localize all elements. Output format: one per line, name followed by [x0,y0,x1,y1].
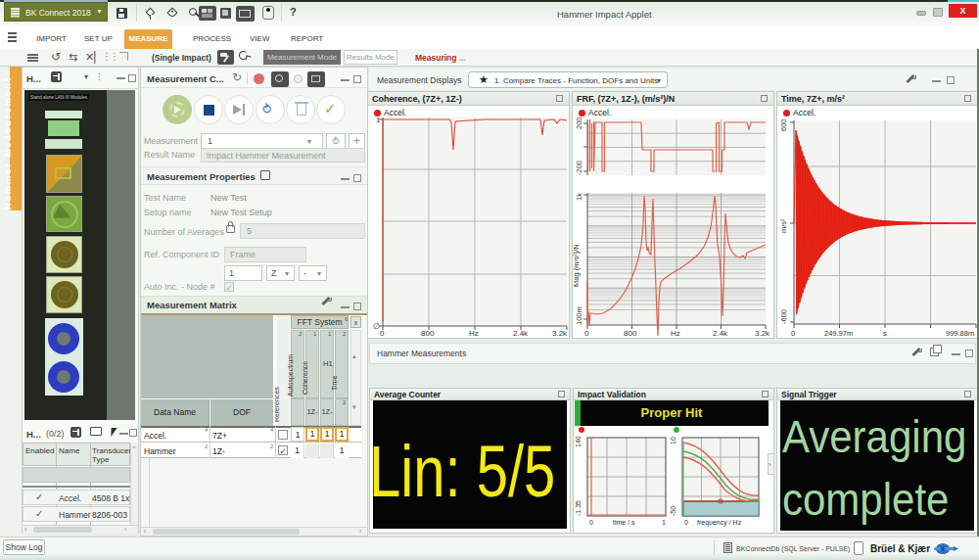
svg-text:-600: -600 [779,309,788,324]
svg-text:m/s²: m/s² [779,218,788,233]
svg-text:-1.35: -1.35 [575,500,582,516]
svg-text:3.2k: 3.2k [755,329,770,338]
svg-text:1: 1 [376,116,381,124]
svg-text:2.4k: 2.4k [713,329,728,338]
svg-text:0: 0 [684,519,688,526]
svg-text:249.97m: 249.97m [824,329,853,338]
svg-text:Hz: Hz [469,329,479,338]
svg-text:-200: -200 [575,161,583,175]
svg-text:0: 0 [380,329,385,338]
svg-text:600: 600 [779,118,788,131]
svg-text:-50: -50 [670,506,676,516]
svg-text:10: 10 [670,437,676,444]
svg-text:0: 0 [584,329,589,338]
svg-text:frequency / Hz: frequency / Hz [697,519,742,527]
svg-text:2.4k: 2.4k [513,329,529,338]
svg-text:100m: 100m [575,306,583,325]
svg-text:Mag (m/s²)/N: Mag (m/s²)/N [573,244,581,287]
svg-text:3.2k: 3.2k [552,329,568,338]
svg-text:800: 800 [624,329,637,338]
svg-text:∅: ∅ [373,322,380,331]
svg-text:800: 800 [421,329,435,338]
svg-text:1k: 1k [575,193,583,201]
svg-text:140: 140 [575,436,582,447]
svg-text:s: s [883,329,887,338]
svg-text:1: 1 [662,519,666,526]
svg-text:time / s: time / s [613,519,635,526]
svg-text:999.88m: 999.88m [946,329,974,338]
svg-text:0: 0 [791,329,795,338]
svg-text:0: 0 [589,519,593,526]
svg-text:200: 200 [575,117,583,129]
svg-text:Hz: Hz [671,329,680,338]
